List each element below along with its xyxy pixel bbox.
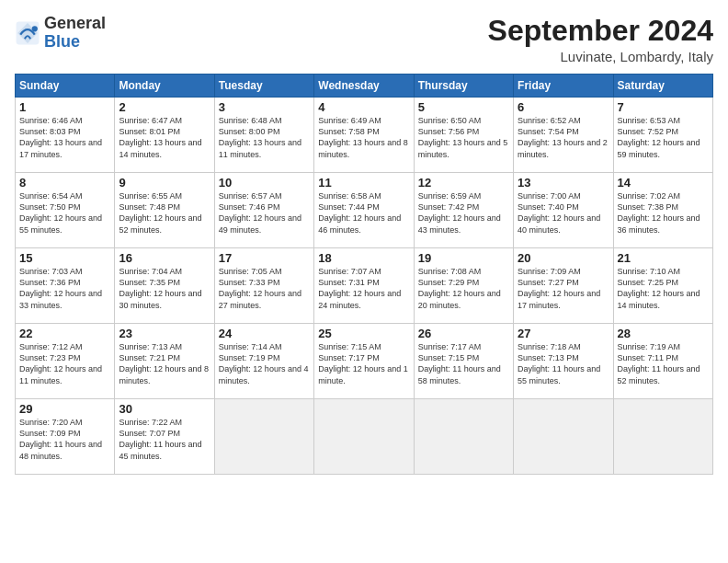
day-number: 7: [618, 100, 709, 114]
sunset-label: Sunset: 7:50 PM: [19, 202, 81, 212]
day-number: 13: [518, 176, 609, 190]
logo-text: General Blue: [44, 15, 106, 52]
day-info: Sunrise: 7:15 AM Sunset: 7:17 PM Dayligh…: [318, 341, 409, 386]
calendar-cell: 11 Sunrise: 6:58 AM Sunset: 7:44 PM Dayl…: [314, 173, 414, 248]
calendar-week: 15 Sunrise: 7:03 AM Sunset: 7:36 PM Dayl…: [16, 248, 713, 324]
logo: General Blue: [15, 15, 106, 52]
day-number: 25: [318, 327, 409, 340]
calendar-cell: 3 Sunrise: 6:48 AM Sunset: 8:00 PM Dayli…: [214, 98, 313, 173]
day-info: Sunrise: 7:07 AM Sunset: 7:31 PM Dayligh…: [318, 266, 409, 311]
day-number: 14: [618, 176, 709, 190]
calendar-cell: 17 Sunrise: 7:05 AM Sunset: 7:33 PM Dayl…: [214, 248, 313, 324]
day-info: Sunrise: 6:54 AM Sunset: 7:50 PM Dayligh…: [19, 190, 110, 236]
calendar-cell: 6 Sunrise: 6:52 AM Sunset: 7:54 PM Dayli…: [514, 98, 613, 173]
day-number: 4: [318, 100, 409, 114]
day-info: Sunrise: 6:58 AM Sunset: 7:44 PM Dayligh…: [318, 190, 409, 236]
day-info: Sunrise: 6:46 AM Sunset: 8:03 PM Dayligh…: [19, 115, 110, 160]
daylight-label: Daylight: 13 hours and 14 minutes.: [119, 138, 201, 158]
daylight-label: Daylight: 12 hours and 24 minutes.: [318, 289, 401, 309]
calendar-cell: 29 Sunrise: 7:20 AM Sunset: 7:09 PM Dayl…: [16, 399, 115, 475]
calendar-cell: [314, 399, 414, 475]
sunset-label: Sunset: 7:35 PM: [119, 278, 180, 287]
calendar-cell: 15 Sunrise: 7:03 AM Sunset: 7:36 PM Dayl…: [16, 248, 115, 324]
sunset-label: Sunset: 7:58 PM: [318, 127, 380, 136]
col-tuesday: Tuesday: [214, 75, 313, 98]
calendar-cell: [214, 399, 313, 475]
header-row: Sunday Monday Tuesday Wednesday Thursday…: [16, 75, 713, 98]
sunset-label: Sunset: 7:11 PM: [618, 353, 679, 362]
day-info: Sunrise: 6:53 AM Sunset: 7:52 PM Dayligh…: [618, 115, 709, 160]
sunset-label: Sunset: 8:00 PM: [219, 127, 280, 136]
day-info: Sunrise: 6:57 AM Sunset: 7:46 PM Dayligh…: [219, 190, 310, 236]
logo-general: General: [44, 15, 106, 33]
calendar-cell: 21 Sunrise: 7:10 AM Sunset: 7:25 PM Dayl…: [613, 248, 712, 324]
calendar-cell: 12 Sunrise: 6:59 AM Sunset: 7:42 PM Dayl…: [414, 173, 513, 248]
sunrise-label: Sunrise: 7:17 AM: [418, 342, 482, 351]
col-saturday: Saturday: [613, 75, 712, 98]
day-number: 2: [119, 100, 210, 114]
sunrise-label: Sunrise: 6:59 AM: [418, 191, 482, 201]
sunset-label: Sunset: 8:03 PM: [19, 127, 81, 136]
day-number: 26: [418, 327, 509, 340]
calendar-cell: 10 Sunrise: 6:57 AM Sunset: 7:46 PM Dayl…: [214, 173, 313, 248]
calendar-cell: 8 Sunrise: 6:54 AM Sunset: 7:50 PM Dayli…: [16, 173, 115, 248]
calendar-week: 8 Sunrise: 6:54 AM Sunset: 7:50 PM Dayli…: [16, 173, 713, 248]
sunrise-label: Sunrise: 6:54 AM: [19, 191, 83, 201]
daylight-label: Daylight: 12 hours and 4 minutes.: [219, 364, 309, 385]
day-info: Sunrise: 7:05 AM Sunset: 7:33 PM Dayligh…: [219, 266, 310, 311]
day-info: Sunrise: 6:47 AM Sunset: 8:01 PM Dayligh…: [119, 115, 210, 160]
day-info: Sunrise: 7:08 AM Sunset: 7:29 PM Dayligh…: [418, 266, 509, 311]
daylight-label: Daylight: 11 hours and 58 minutes.: [418, 364, 501, 385]
calendar-cell: [613, 399, 712, 475]
sunset-label: Sunset: 7:27 PM: [518, 278, 579, 287]
calendar-cell: 13 Sunrise: 7:00 AM Sunset: 7:40 PM Dayl…: [514, 173, 613, 248]
day-number: 16: [119, 251, 210, 265]
daylight-label: Daylight: 13 hours and 8 minutes.: [318, 138, 408, 158]
calendar-week: 22 Sunrise: 7:12 AM Sunset: 7:23 PM Dayl…: [16, 324, 713, 399]
title-block: September 2024 Luvinate, Lombardy, Italy: [488, 15, 713, 64]
sunrise-label: Sunrise: 6:57 AM: [219, 191, 282, 201]
daylight-label: Daylight: 12 hours and 43 minutes.: [418, 213, 501, 234]
day-number: 5: [418, 100, 509, 114]
sunset-label: Sunset: 7:07 PM: [119, 429, 180, 438]
day-info: Sunrise: 6:59 AM Sunset: 7:42 PM Dayligh…: [418, 190, 509, 236]
day-number: 23: [119, 327, 210, 340]
sunrise-label: Sunrise: 7:00 AM: [518, 191, 581, 201]
col-friday: Friday: [514, 75, 613, 98]
day-number: 28: [618, 327, 709, 340]
logo-blue: Blue: [44, 33, 106, 52]
day-number: 1: [19, 100, 110, 114]
calendar-cell: 28 Sunrise: 7:19 AM Sunset: 7:11 PM Dayl…: [613, 324, 712, 399]
header: General Blue September 2024 Luvinate, Lo…: [15, 15, 713, 64]
daylight-label: Daylight: 12 hours and 55 minutes.: [19, 213, 102, 234]
day-info: Sunrise: 6:49 AM Sunset: 7:58 PM Dayligh…: [318, 115, 409, 160]
day-number: 22: [19, 327, 110, 340]
daylight-label: Daylight: 11 hours and 48 minutes.: [19, 440, 102, 460]
sunrise-label: Sunrise: 6:50 AM: [418, 116, 482, 125]
sunrise-label: Sunrise: 7:05 AM: [219, 267, 282, 276]
month-title: September 2024: [488, 15, 713, 47]
sunrise-label: Sunrise: 7:22 AM: [119, 418, 182, 427]
sunrise-label: Sunrise: 7:20 AM: [19, 418, 83, 427]
calendar-cell: 26 Sunrise: 7:17 AM Sunset: 7:15 PM Dayl…: [414, 324, 513, 399]
day-number: 29: [19, 402, 110, 416]
col-thursday: Thursday: [414, 75, 513, 98]
sunset-label: Sunset: 7:31 PM: [318, 278, 380, 287]
day-number: 20: [518, 251, 609, 265]
sunset-label: Sunset: 7:36 PM: [19, 278, 81, 287]
calendar-week: 1 Sunrise: 6:46 AM Sunset: 8:03 PM Dayli…: [16, 98, 713, 173]
sunrise-label: Sunrise: 6:55 AM: [119, 191, 182, 201]
sunrise-label: Sunrise: 7:10 AM: [618, 267, 681, 276]
sunrise-label: Sunrise: 6:53 AM: [618, 116, 681, 125]
day-number: 3: [219, 100, 310, 114]
calendar-cell: 7 Sunrise: 6:53 AM Sunset: 7:52 PM Dayli…: [613, 98, 712, 173]
day-number: 9: [119, 176, 210, 190]
day-number: 6: [518, 100, 609, 114]
day-number: 24: [219, 327, 310, 340]
daylight-label: Daylight: 12 hours and 27 minutes.: [219, 289, 301, 309]
col-sunday: Sunday: [16, 75, 115, 98]
sunset-label: Sunset: 7:25 PM: [618, 278, 679, 287]
sunset-label: Sunset: 7:09 PM: [19, 429, 81, 438]
sunrise-label: Sunrise: 6:47 AM: [119, 116, 182, 125]
calendar-cell: 25 Sunrise: 7:15 AM Sunset: 7:17 PM Dayl…: [314, 324, 414, 399]
